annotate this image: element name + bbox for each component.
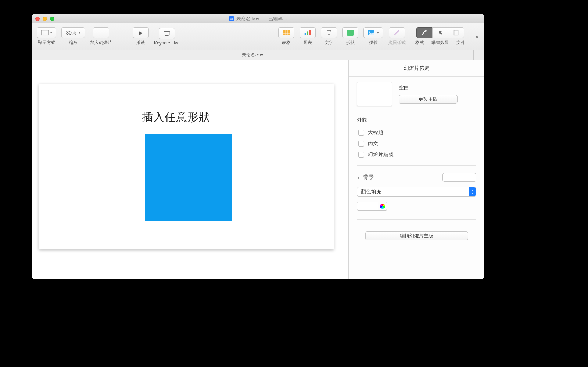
play-icon: ▶: [139, 30, 143, 36]
chevron-down-icon: ▾: [79, 31, 80, 35]
zoom-group: 30% ▾ 縮放: [61, 27, 85, 46]
document-tab[interactable]: [448, 27, 464, 38]
chevron-down-icon: ▾: [377, 31, 379, 35]
add-slide-label: 加入幻燈片: [90, 40, 112, 46]
appearance-body-row: 內文: [349, 138, 484, 149]
insert-chart-button[interactable]: [300, 27, 316, 38]
copy-style-group: 拷貝樣式: [388, 27, 406, 46]
chevrons-right-icon: »: [476, 33, 479, 40]
media-group: ▾ 媒體: [363, 27, 383, 46]
keynote-live-label: Keynote Live: [154, 40, 179, 46]
select-stepper-icon: ▲▼: [469, 187, 476, 196]
new-tab-button[interactable]: ＋: [473, 50, 484, 60]
insert-media-button[interactable]: ▾: [363, 27, 383, 38]
color-picker-button[interactable]: [378, 202, 387, 211]
fill-type-value: 顏色填充: [361, 188, 381, 195]
document-tabs: 未命名.key ＋: [32, 50, 484, 60]
text-group: T 文字: [321, 27, 337, 46]
svg-rect-9: [305, 33, 306, 35]
checkbox-title-label: 大標題: [368, 129, 383, 136]
format-label: 格式: [411, 40, 429, 46]
plus-icon: ＋: [477, 52, 481, 58]
keynote-live-button[interactable]: [159, 28, 175, 39]
inspector-tabs-group: 格式 動畫效果 文件: [411, 27, 470, 46]
checkbox-body[interactable]: [358, 141, 364, 147]
toolbar: ▾ 顯示方式 30% ▾ 縮放 ＋ 加入幻燈片 ▶ 播放 Keynote Liv…: [32, 23, 484, 50]
slide-title-text[interactable]: 插入任意形狀: [142, 110, 210, 125]
fill-color-well[interactable]: [357, 202, 378, 211]
view-mode-label: 顯示方式: [38, 40, 55, 46]
add-slide-group: ＋ 加入幻燈片: [90, 27, 112, 46]
edit-master-label: 編輯幻燈片主版: [400, 233, 433, 239]
svg-rect-4: [283, 30, 290, 35]
svg-rect-15: [425, 30, 427, 32]
play-button[interactable]: ▶: [133, 27, 149, 38]
slide-canvas[interactable]: 插入任意形狀: [32, 60, 348, 279]
shape-icon: [347, 30, 354, 36]
animate-tab[interactable]: [432, 27, 448, 38]
layout-thumbnail[interactable]: [357, 82, 392, 106]
appearance-section-title: 外觀: [349, 116, 484, 127]
background-preview-swatch[interactable]: [442, 173, 476, 182]
animate-label: 動畫效果: [429, 40, 452, 46]
zoom-label: 縮放: [69, 40, 78, 46]
appearance-title-row: 大標題: [349, 127, 484, 138]
insert-shape-button[interactable]: [342, 27, 358, 38]
slide-shape-square[interactable]: [145, 134, 232, 221]
svg-rect-11: [309, 30, 311, 35]
window-controls: [35, 17, 54, 21]
svg-rect-2: [164, 31, 170, 35]
insert-text-button[interactable]: T: [321, 27, 337, 38]
document-label: 文件: [452, 40, 470, 46]
svg-rect-10: [307, 31, 308, 35]
copy-style-button[interactable]: [389, 27, 405, 38]
media-label: 媒體: [369, 40, 378, 46]
close-window[interactable]: [35, 17, 40, 21]
slide[interactable]: 插入任意形狀: [39, 84, 334, 249]
document-tab-current[interactable]: 未命名.key: [32, 50, 473, 60]
plus-icon: ＋: [98, 28, 104, 37]
title-chevron-icon[interactable]: ⌵: [285, 17, 287, 21]
checkbox-title[interactable]: [358, 130, 364, 136]
svg-point-14: [398, 30, 399, 32]
chart-group: 圖表: [300, 27, 316, 46]
checkbox-body-label: 內文: [368, 140, 378, 147]
zoom-value: 30%: [66, 30, 76, 36]
svg-rect-16: [454, 30, 458, 35]
keynote-doc-icon: ▤: [229, 16, 234, 21]
fill-type-select[interactable]: 顏色填充 ▲▼: [357, 187, 476, 197]
svg-point-13: [369, 31, 371, 33]
titlebar: ▤ 未命名.key — 已編輯 ⌵: [32, 14, 484, 23]
shape-label: 形狀: [346, 40, 355, 46]
chart-label: 圖表: [303, 40, 312, 46]
format-tab[interactable]: [416, 27, 433, 38]
title-status: 已編輯: [268, 15, 283, 22]
view-mode-group: ▾ 顯示方式: [37, 27, 56, 46]
color-wheel-icon: [380, 204, 385, 209]
inspector-header: 幻燈片佈局: [349, 60, 484, 77]
format-inspector: 幻燈片佈局 空白 更改主版 外觀 大標題 內文 幻燈片編號: [348, 60, 484, 279]
edit-master-button[interactable]: 編輯幻燈片主版: [365, 231, 468, 240]
insert-table-button[interactable]: [278, 27, 294, 38]
table-group: 表格: [278, 27, 294, 46]
checkbox-slide-number[interactable]: [358, 152, 364, 158]
disclosure-triangle-icon[interactable]: ▼: [357, 176, 361, 180]
minimize-window[interactable]: [43, 17, 47, 21]
text-label: 文字: [325, 40, 333, 46]
view-mode-button[interactable]: ▾: [37, 27, 56, 38]
add-slide-button[interactable]: ＋: [93, 27, 109, 38]
appearance-slideno-row: 幻燈片編號: [349, 149, 484, 160]
tab-label: 未命名.key: [242, 52, 263, 58]
svg-rect-0: [41, 30, 49, 35]
change-master-label: 更改主版: [419, 96, 438, 102]
zoom-window[interactable]: [50, 17, 54, 21]
zoom-button[interactable]: 30% ▾: [61, 27, 85, 38]
title-filename: 未命名.key: [236, 15, 259, 22]
toolbar-overflow[interactable]: »: [473, 23, 481, 50]
keynote-live-group: Keynote Live: [154, 28, 179, 46]
change-master-button[interactable]: 更改主版: [399, 95, 458, 104]
copy-style-label: 拷貝樣式: [388, 40, 406, 46]
play-group: ▶ 播放: [133, 27, 149, 46]
layout-name: 空白: [399, 84, 458, 91]
table-label: 表格: [282, 40, 291, 46]
